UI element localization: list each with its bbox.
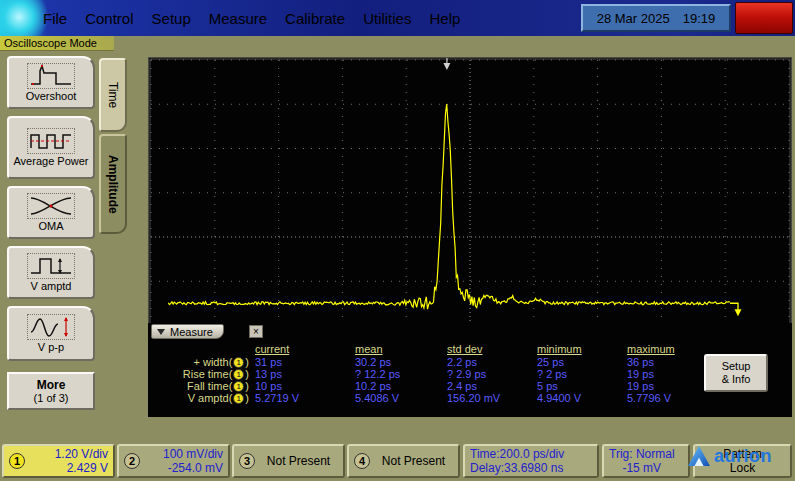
date-text: 28 Mar 2025 (597, 11, 670, 26)
channel-1-badge: 1 (233, 393, 244, 404)
pattern-lock-label: Pattern (700, 447, 785, 461)
measure-panel-title: Measure (170, 326, 213, 338)
channel-4-button[interactable]: 4 Not Present (347, 444, 460, 478)
column-header-minimum: minimum (537, 343, 582, 355)
oscilloscope-screen: File Control Setup Measure Calibrate Uti… (0, 0, 795, 481)
menu-bar: File Control Setup Measure Calibrate Uti… (0, 0, 795, 36)
trigger-marker-icon (443, 63, 450, 70)
measure-value: 5 ps (537, 380, 558, 392)
measure-value: 10.2 ps (355, 380, 391, 392)
average-power-button[interactable]: Average Power (7, 116, 95, 179)
channel-1-badge: 1 (233, 381, 244, 392)
channel-2-badge: 2 (124, 453, 140, 469)
measure-value: 4.9400 V (537, 392, 581, 404)
measure-value: 36 ps (627, 356, 654, 368)
channel-status: Not Present (259, 454, 338, 468)
overshoot-icon (27, 63, 75, 89)
measure-value: 13 ps (255, 368, 282, 380)
trigger-mode: Trig: Normal (609, 447, 675, 461)
datetime-display: 28 Mar 2025 19:19 (581, 4, 731, 32)
timebase-button[interactable]: Time:200.0 ps/div Delay:33.6980 ns (463, 444, 599, 478)
more-label: More (37, 378, 66, 392)
channel-offset: -254.0 mV (144, 461, 223, 475)
button-label: Overshoot (26, 90, 77, 102)
measure-value: ? 2.9 ps (447, 368, 486, 380)
menu-setup[interactable]: Setup (143, 7, 200, 30)
channel-scale: 1.20 V/div (29, 447, 108, 461)
menu-measure[interactable]: Measure (200, 7, 276, 30)
trace-end-marker-icon (735, 309, 742, 316)
menu-file[interactable]: File (34, 7, 76, 30)
v-amptd-icon (27, 253, 75, 279)
measure-row-label: + width(1) (148, 356, 249, 368)
measure-row-label: V amptd(1) (148, 392, 249, 404)
time-text: 19:19 (683, 11, 716, 26)
measure-row-label: Fall time(1) (148, 380, 249, 392)
average-power-icon (27, 128, 75, 154)
setup-info-label: & Info (722, 373, 751, 386)
measure-row-label: Rise time(1) (148, 368, 249, 380)
measure-value: 5.4086 V (355, 392, 399, 404)
channel-1-badge: 1 (233, 357, 244, 368)
mode-selector[interactable]: Oscilloscope Mode (0, 36, 114, 51)
menu-calibrate[interactable]: Calibrate (276, 7, 354, 30)
measure-value: 2.2 ps (447, 356, 477, 368)
pattern-lock-button[interactable]: Pattern Lock (693, 444, 792, 478)
tab-amplitude[interactable]: Amplitude (99, 134, 127, 234)
setup-info-button[interactable]: Setup & Info (704, 354, 768, 392)
button-label: OMA (38, 220, 63, 232)
button-label: V amptd (31, 280, 72, 292)
measure-value: 10 ps (255, 380, 282, 392)
close-icon[interactable]: × (249, 325, 263, 338)
measure-row-width: + width(1) 31 ps 30.2 ps 2.2 ps 25 ps 36… (148, 356, 792, 368)
measure-value: 25 ps (537, 356, 564, 368)
measure-value: 30.2 ps (355, 356, 391, 368)
measure-value: ? 2 ps (537, 368, 567, 380)
more-measurements-button[interactable]: More (1 of 3) (7, 372, 95, 410)
menu-help[interactable]: Help (420, 7, 469, 30)
measure-value: 19 ps (627, 368, 654, 380)
v-pp-button[interactable]: V p-p (7, 306, 95, 361)
measure-value: 19 ps (627, 380, 654, 392)
pattern-lock-label: Lock (700, 461, 785, 475)
waveform-trace (168, 104, 730, 309)
trace-end-marker-icon (730, 303, 738, 310)
measure-value: ? 12.2 ps (355, 368, 400, 380)
column-header-mean: mean (355, 343, 383, 355)
measure-value: 2.4 ps (447, 380, 477, 392)
setup-info-label: Setup (722, 360, 751, 373)
oma-button[interactable]: OMA (7, 186, 95, 239)
channel-1-badge: 1 (233, 369, 244, 380)
channel-1-button[interactable]: 1 1.20 V/div 2.429 V (2, 444, 115, 478)
measure-row-fall-time: Fall time(1) 10 ps 10.2 ps 2.4 ps 5 ps 1… (148, 380, 792, 392)
channel-3-button[interactable]: 3 Not Present (232, 444, 345, 478)
measure-value: 156.20 mV (447, 392, 500, 404)
measure-value: 5.7796 V (627, 392, 671, 404)
measure-row-rise-time: Rise time(1) 13 ps ? 12.2 ps ? 2.9 ps ? … (148, 368, 792, 380)
button-label: Average Power (13, 155, 88, 167)
overshoot-button[interactable]: Overshoot (7, 56, 95, 109)
channel-1-badge: 1 (9, 453, 25, 469)
trigger-button[interactable]: Trig: Normal -15 mV (602, 444, 690, 478)
trigger-level: -15 mV (609, 461, 675, 475)
measure-value: 31 ps (255, 356, 282, 368)
channel-status: Not Present (374, 454, 453, 468)
power-button[interactable] (735, 2, 793, 34)
button-label: V p-p (38, 341, 64, 353)
column-header-maximum: maximum (627, 343, 675, 355)
tab-time[interactable]: Time (99, 58, 127, 132)
channel-offset: 2.429 V (29, 461, 108, 475)
measure-row-v-amptd: V amptd(1) 5.2719 V 5.4086 V 156.20 mV 4… (148, 392, 792, 404)
channel-2-button[interactable]: 2 100 mV/div -254.0 mV (117, 444, 230, 478)
timebase-delay: Delay:33.6980 ns (470, 461, 564, 475)
menu-control[interactable]: Control (76, 7, 142, 30)
column-header-std-dev: std dev (447, 343, 482, 355)
menu-utilities[interactable]: Utilities (354, 7, 420, 30)
v-amptd-button[interactable]: V amptd (7, 246, 95, 299)
measure-panel-tab[interactable]: Measure (151, 324, 224, 339)
measure-panel: Measure × current mean std dev minimum m… (148, 323, 792, 417)
v-pp-icon (27, 314, 75, 340)
more-page-indicator: (1 of 3) (34, 392, 69, 404)
measure-value: 5.2719 V (255, 392, 299, 404)
timebase-scale: Time:200.0 ps/div (470, 447, 564, 461)
